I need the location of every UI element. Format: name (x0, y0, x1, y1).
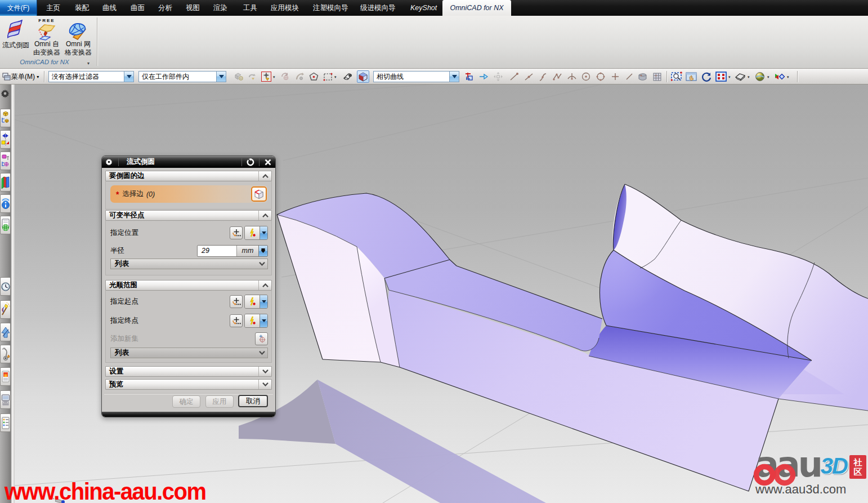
start-dropdown-icon[interactable] (259, 295, 267, 308)
pan-view-icon[interactable] (686, 71, 697, 82)
menu-tab-keyshot[interactable]: KeyShot (410, 0, 437, 16)
ribbon-group-caret-icon[interactable]: ▾ (87, 61, 90, 66)
dialog-title-bar[interactable]: 流式倒圆 (102, 156, 275, 168)
section-header-settings[interactable]: 设置 (105, 366, 272, 377)
menu-tab-analysis[interactable]: 分析 (158, 0, 172, 16)
point-constructor-button[interactable] (230, 295, 243, 308)
select-mode-caret-icon[interactable]: ▾ (334, 75, 337, 79)
selection-filter-combo[interactable]: 没有选择过滤器 (48, 71, 134, 82)
snap-point-toggle-icon[interactable] (261, 71, 272, 82)
menu-tab-assembly[interactable]: 装配 (75, 0, 89, 16)
highlight-assembly-icon[interactable] (233, 71, 244, 82)
part-navigator-icon[interactable] (0, 152, 11, 170)
selection-scope-dropdown-icon[interactable] (216, 72, 226, 82)
add-new-set-button[interactable] (255, 332, 268, 345)
menu-tab-view[interactable]: 视图 (186, 0, 200, 16)
trimetric-view-icon[interactable] (735, 71, 746, 82)
section-header-edges-to-fillet[interactable]: 要倒圆的边 (105, 171, 272, 181)
select-edge-row[interactable]: * 选择边 (0) (110, 185, 268, 203)
resource-bar-divider[interactable] (11, 84, 15, 503)
constraint-navigator-icon[interactable] (0, 130, 11, 149)
position-dropdown-icon[interactable] (259, 226, 267, 239)
point-on-curve-icon[interactable] (308, 71, 319, 82)
apply-button[interactable]: 应用 (205, 395, 234, 408)
web-browser-icon[interactable] (0, 216, 11, 234)
background-caret-icon[interactable]: ▾ (787, 75, 789, 79)
expand-chevron-icon[interactable] (256, 262, 267, 266)
assembly-navigator-icon[interactable] (0, 109, 11, 127)
menu-sheets-icon[interactable] (1, 71, 12, 82)
menu-dropdown[interactable]: 菜单(M) ▾ (11, 71, 39, 82)
snap-arc-center-icon[interactable] (566, 71, 578, 82)
snap-intersection-icon[interactable] (552, 71, 563, 82)
point-constructor-button[interactable] (230, 314, 243, 327)
section-header-smooth-range[interactable]: 光顺范围 (105, 280, 272, 291)
interpart-link-icon[interactable] (247, 71, 258, 82)
render-style-caret-icon[interactable]: ▾ (767, 75, 769, 79)
selection-filter-dropdown-icon[interactable] (124, 72, 133, 82)
background-color-icon[interactable] (774, 71, 785, 82)
menu-tab-omnicad-active[interactable]: OmniCAD for NX (442, 0, 511, 16)
radius-list-bar[interactable]: 列表 (110, 259, 268, 269)
snap-point-on-surface-icon[interactable] (637, 71, 648, 82)
menu-tab-progressive-die[interactable]: 级进模向导 (360, 0, 396, 16)
reuse-library-icon[interactable] (0, 173, 11, 192)
rectangle-select-icon[interactable] (322, 71, 333, 82)
curve-rule-combo[interactable]: 相切曲线 (373, 71, 459, 82)
dialog-options-gear-icon[interactable] (102, 156, 115, 168)
stop-at-intersection-icon[interactable] (463, 71, 475, 82)
system-materials-icon[interactable] (0, 390, 11, 409)
orient-view-icon[interactable] (294, 71, 305, 82)
snap-center-icon[interactable] (580, 71, 592, 82)
snap-endpoint-icon[interactable] (508, 71, 520, 82)
zoom-window-icon[interactable] (671, 71, 682, 82)
radius-input[interactable]: 29 (198, 246, 236, 256)
section-header-preview[interactable]: 预览 (105, 379, 272, 390)
snap-grid-point-icon[interactable] (651, 71, 663, 82)
roles-icon[interactable] (0, 367, 11, 386)
machining-line-planner-icon[interactable] (0, 345, 11, 363)
render-style-icon[interactable] (754, 71, 766, 82)
eraser-icon[interactable] (342, 71, 354, 82)
menu-tab-mold-wizard[interactable]: 注塑模向导 (313, 0, 348, 16)
selection-scope-combo[interactable]: 仅在工作部件内 (138, 71, 226, 82)
dialog-resize-bar[interactable] (102, 412, 275, 417)
menu-tab-application[interactable]: 应用模块 (271, 0, 299, 16)
process-studio-icon[interactable] (0, 300, 11, 319)
view-orient-caret-icon[interactable]: ▾ (748, 75, 750, 79)
templates-list-icon[interactable] (0, 413, 11, 432)
hd3d-tools-icon[interactable] (0, 194, 11, 213)
menu-tab-curve[interactable]: 曲线 (102, 0, 117, 16)
manufacturing-wizard-icon[interactable] (0, 323, 11, 341)
menu-tab-render[interactable]: 渲染 (213, 0, 227, 16)
follow-fillet-icon[interactable] (478, 71, 489, 82)
snap-quadrant-icon[interactable] (595, 71, 606, 82)
snap-control-point-icon[interactable] (537, 71, 548, 82)
collapse-chevron-icon[interactable] (259, 283, 271, 287)
collapse-chevron-icon[interactable] (259, 174, 271, 178)
menu-tab-surface[interactable]: 曲面 (131, 0, 145, 16)
history-icon[interactable] (0, 277, 11, 296)
end-inferred-point-combo[interactable] (244, 314, 268, 328)
section-header-variable-radius[interactable]: 可变半径点 (105, 210, 272, 221)
collapse-chevron-icon[interactable] (259, 213, 271, 217)
ok-button[interactable]: 确定 (172, 395, 200, 408)
pan-handles-icon[interactable] (493, 71, 504, 82)
snap-point-caret-icon[interactable]: ▾ (273, 75, 275, 79)
cancel-button[interactable]: 取消 (238, 395, 268, 407)
snap-midpoint-icon[interactable] (523, 71, 534, 82)
shaded-with-edges-icon[interactable] (357, 70, 369, 83)
point-constructor-button[interactable] (230, 226, 243, 239)
select-cube-icon[interactable] (251, 186, 267, 202)
position-inferred-point-combo[interactable] (244, 226, 268, 240)
resource-bar-options-gear-icon[interactable] (1, 89, 10, 99)
menu-tab-tools[interactable]: 工具 (243, 0, 257, 16)
radius-unit[interactable]: mm (236, 246, 258, 256)
radius-unit-dropdown-icon[interactable] (258, 246, 267, 256)
snap-existing-point-icon[interactable] (610, 71, 621, 82)
menu-tab-home[interactable]: 主页 (46, 0, 60, 16)
expand-chevron-icon[interactable] (259, 382, 271, 386)
rotate-point-icon[interactable] (280, 71, 291, 82)
file-menu-button[interactable]: 文件(F) (0, 0, 37, 16)
start-inferred-point-combo[interactable] (244, 295, 268, 309)
